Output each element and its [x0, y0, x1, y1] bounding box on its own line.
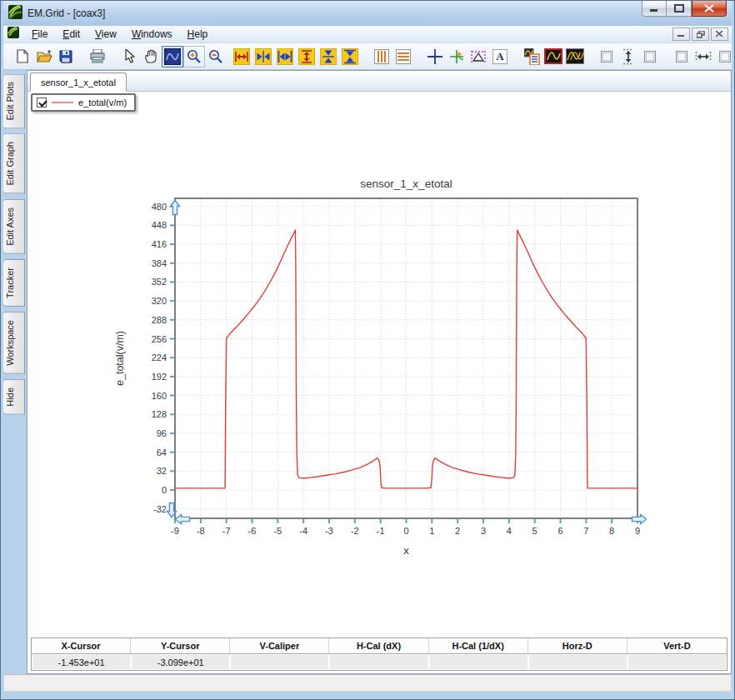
sidebar-tab-edit-graph[interactable]: Edit Graph	[3, 133, 25, 194]
open-file-button[interactable]	[33, 46, 55, 68]
x-tick-label: 9	[635, 526, 640, 536]
link-x-arrow-icon[interactable]	[692, 46, 714, 68]
x-tick-label: -9	[171, 526, 179, 536]
curve-edit-button[interactable]	[542, 46, 564, 68]
h-cal-1dx-value	[430, 655, 528, 669]
x-tick-label: -5	[273, 526, 282, 536]
plot-select-mode-button[interactable]	[162, 46, 183, 68]
link-x-checkbox-right[interactable]	[714, 46, 732, 68]
legend-checkbox[interactable]	[37, 98, 47, 108]
x-tick-label: -8	[197, 526, 205, 536]
sidebar-tab-hide[interactable]: Hide	[3, 379, 25, 415]
chart-canvas[interactable]: -9-8-7-6-5-4-3-2-10123456789480448416384…	[28, 92, 731, 592]
title-bar[interactable]: EM.Grid - [coax3]	[3, 1, 732, 26]
link-y-checkbox-right[interactable]	[639, 46, 661, 68]
sidebar-tab-edit-axes[interactable]: Edit Axes	[3, 199, 25, 254]
x-tick-label: 3	[481, 526, 486, 536]
x-tick-label: 8	[609, 526, 614, 536]
multi-curves-button[interactable]	[564, 46, 586, 68]
zoom-out-button[interactable]	[205, 46, 227, 68]
tab-label: sensor_1_x_etotal	[41, 78, 116, 88]
expand-x-button[interactable]	[231, 46, 252, 68]
col-vert-d: Vert-D	[628, 638, 727, 653]
side-tab-strip: Edit Plots Edit Graph Edit Axes Tracker …	[3, 70, 27, 674]
mdi-minimize-button[interactable]	[672, 28, 690, 41]
y-tick-label: 0	[162, 485, 167, 495]
plot-region[interactable]: e_total(v/m) -9-8-7-6-5-4-3-2-1012345678…	[28, 92, 731, 636]
menu-bar: File Edit View Windows Help	[3, 26, 732, 42]
mdi-close-button[interactable]	[711, 28, 728, 41]
zoom-in-button[interactable]	[183, 46, 205, 68]
save-file-button[interactable]	[55, 46, 77, 68]
new-file-button[interactable]	[12, 46, 33, 68]
x-tick-label: -7	[222, 526, 231, 536]
menu-help[interactable]: Help	[180, 27, 216, 42]
y-tick-label: 352	[152, 277, 167, 287]
y-tick-label: 480	[152, 202, 167, 212]
crosshair-button[interactable]	[424, 46, 446, 68]
y-tick-label: 288	[152, 315, 167, 325]
y-tick-label: 96	[157, 428, 167, 438]
y-tick-label: 416	[152, 239, 167, 249]
y-cursor-value: -3.099e+01	[132, 655, 229, 669]
expand-y-button[interactable]	[296, 46, 318, 68]
main-area: Edit Plots Edit Graph Edit Axes Tracker …	[3, 70, 732, 674]
zoom-in-y-button[interactable]	[339, 46, 361, 68]
menu-windows[interactable]: Windows	[124, 27, 180, 42]
sidebar-tab-tracker[interactable]: Tracker	[3, 259, 25, 307]
x-tick-label: -3	[325, 526, 333, 536]
select-cursor-button[interactable]	[118, 46, 140, 68]
zoom-out-x-button[interactable]	[252, 46, 274, 68]
y-axis-label: e_total(v/m)	[114, 331, 126, 386]
x-tick-label: 2	[455, 526, 460, 536]
plot-report-button[interactable]	[521, 46, 542, 68]
y-tick-label: 448	[152, 220, 167, 230]
x-tick-label: 7	[583, 526, 588, 536]
legend-line-swatch	[52, 102, 73, 103]
close-button[interactable]	[692, 1, 727, 17]
link-x-checkbox-left[interactable]	[671, 46, 692, 68]
col-x-cursor: X-Cursor	[32, 638, 131, 653]
pan-hand-button[interactable]	[140, 46, 162, 68]
x-tick-label: -1	[377, 526, 385, 536]
link-y-arrow-icon[interactable]	[618, 46, 639, 68]
menu-file[interactable]: File	[24, 27, 55, 42]
axis-pan-left-arrow[interactable]	[176, 515, 190, 524]
x-tick-label: 6	[558, 526, 562, 536]
tab-sensor-1-x-etotal[interactable]: sensor_1_x_etotal	[30, 72, 127, 92]
document-logo-icon	[8, 27, 19, 42]
axis-pan-up-arrow[interactable]	[171, 201, 180, 215]
text-annotation-button[interactable]: A	[489, 46, 511, 68]
vertical-grid-button[interactable]	[371, 46, 392, 68]
axis-pan-right-arrow[interactable]	[632, 515, 647, 524]
y-tick-label: 32	[157, 466, 167, 476]
x-axis-label: x	[403, 544, 409, 557]
caliper-button[interactable]	[468, 46, 489, 68]
graph-document: sensor_1_x_etotal e_total(v/m) -9-8-7-6-…	[27, 70, 732, 674]
x-tick-label: -2	[351, 526, 359, 536]
info-header-row: X-Cursor Y-Cursor V-Caliper H-Cal (dX) H…	[32, 638, 727, 654]
y-tick-label: 384	[152, 258, 167, 268]
print-button[interactable]	[87, 46, 108, 68]
col-y-cursor: Y-Cursor	[131, 638, 230, 653]
mdi-restore-button[interactable]	[692, 28, 709, 41]
link-y-checkbox-left[interactable]	[596, 46, 618, 68]
cursor-info-bar: X-Cursor Y-Cursor V-Caliper H-Cal (dX) H…	[31, 638, 728, 671]
x-tick-label: 4	[507, 526, 512, 536]
zoom-out-y-button[interactable]	[318, 46, 339, 68]
chart-title: sensor_1_x_etotal	[360, 178, 452, 190]
horizontal-grid-button[interactable]	[392, 46, 414, 68]
zoom-in-x-button[interactable]	[274, 46, 296, 68]
x-tick-label: -6	[248, 526, 257, 536]
sidebar-tab-edit-plots[interactable]: Edit Plots	[3, 73, 25, 128]
legend-box[interactable]: e_total(v/m)	[31, 93, 136, 112]
status-bar	[3, 674, 732, 692]
toolbar: A Layout	[3, 42, 732, 70]
minimize-button[interactable]	[642, 1, 667, 17]
maximize-button[interactable]	[667, 1, 692, 17]
tracker-button[interactable]	[446, 46, 468, 68]
menu-edit[interactable]: Edit	[55, 27, 88, 42]
sidebar-tab-workspace[interactable]: Workspace	[3, 312, 25, 374]
menu-view[interactable]: View	[88, 27, 124, 42]
text-annotation-glyph: A	[492, 49, 508, 64]
